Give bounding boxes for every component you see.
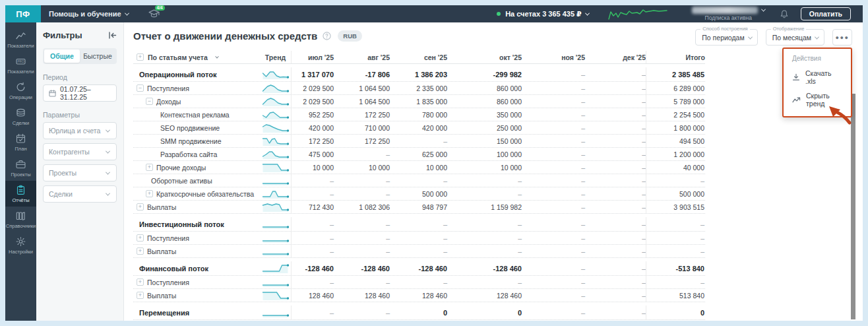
more-actions-button[interactable]: ●●● bbox=[832, 29, 852, 46]
row-value-0: 475 000 bbox=[292, 150, 334, 158]
account-dropdown[interactable]: Подписка активна bbox=[692, 7, 765, 21]
group-column-header[interactable]: +По статьям учета bbox=[133, 53, 260, 61]
row-name[interactable]: +Выплаты bbox=[133, 247, 260, 255]
expand-row-toggle[interactable]: + bbox=[137, 247, 144, 255]
sidebar-item-label: Показатели bbox=[7, 43, 34, 49]
row-value-0: 2 029 500 bbox=[292, 84, 334, 92]
month-column-header-5: дек '25 bbox=[585, 53, 646, 61]
page-title: Отчет о движении денежных средств bbox=[133, 30, 317, 42]
display-mode-select[interactable]: Отображение По месяцам bbox=[766, 29, 824, 46]
row-name[interactable]: −Поступления bbox=[133, 84, 260, 92]
row-value-4: – bbox=[522, 278, 585, 286]
pro-icon: PRO bbox=[15, 56, 26, 67]
row-value-3: 250 000 bbox=[447, 124, 522, 132]
filter-select-3[interactable]: Сделки bbox=[43, 185, 117, 203]
expand-row-toggle[interactable]: + bbox=[146, 190, 153, 197]
menu-item-download-xls[interactable]: Скачать .xls bbox=[784, 66, 851, 88]
row-total-value: 513 840 bbox=[646, 289, 705, 302]
sidebar-item-4[interactable]: План bbox=[5, 129, 36, 155]
trend-sparkline bbox=[261, 308, 290, 318]
row-total-value: 0 bbox=[646, 306, 705, 319]
sidebar-item-label: Проекты bbox=[11, 172, 30, 178]
row-name: Операционный поток bbox=[133, 71, 260, 79]
period-date-input[interactable]: 01.07.25–31.12.25 bbox=[43, 84, 117, 102]
row-trend-cell bbox=[260, 187, 292, 200]
row-value-5: – bbox=[585, 234, 646, 242]
table-row-6: Разработка сайта475 000–625 000100 000––… bbox=[133, 148, 705, 161]
row-name[interactable]: +Выплаты bbox=[133, 292, 260, 300]
sidebar-item-8[interactable]: Настройки bbox=[5, 232, 36, 258]
row-value-4: – bbox=[522, 265, 585, 273]
period-value: 01.07.25–31.12.25 bbox=[60, 85, 111, 101]
trend-sparkline bbox=[261, 83, 290, 94]
row-value-1: – bbox=[334, 247, 390, 255]
sidebar-item-2[interactable]: Операции bbox=[5, 78, 36, 104]
expand-row-toggle[interactable]: + bbox=[137, 234, 144, 242]
row-value-5: – bbox=[585, 124, 646, 132]
row-name[interactable]: +Выплаты bbox=[133, 203, 260, 211]
collapse-panel-icon[interactable] bbox=[108, 32, 117, 39]
chevron-down-icon bbox=[748, 34, 753, 39]
row-value-0: 1 317 070 bbox=[292, 71, 334, 79]
help-circle-icon[interactable] bbox=[323, 32, 331, 40]
balance-status-dot bbox=[497, 12, 501, 16]
filter-select-1[interactable]: Контрагенты bbox=[43, 143, 117, 160]
sidebar-item-3[interactable]: Сделки bbox=[5, 104, 36, 129]
filters-tab-0[interactable]: Общие bbox=[44, 49, 80, 63]
pay-button[interactable]: Оплатить bbox=[801, 7, 851, 20]
table-row-15: +Поступления––––––– bbox=[133, 276, 705, 289]
balance-dropdown[interactable]: На счетах 3 365 435 ₽ bbox=[505, 10, 589, 18]
row-value-2: – bbox=[390, 137, 447, 145]
row-name[interactable]: +Прочие доходы bbox=[133, 164, 260, 172]
filter-select-0[interactable]: Юрлица и счета bbox=[43, 122, 117, 139]
sidebar-item-label: Справочники bbox=[6, 223, 36, 229]
build-method-select[interactable]: Способ построения По периодам bbox=[695, 29, 757, 46]
row-trend-cell bbox=[260, 135, 292, 147]
help-menu[interactable]: Помощь и обучение bbox=[49, 10, 129, 18]
filters-tab-1[interactable]: Быстрые bbox=[80, 49, 115, 63]
report-main: Отчет о движении денежных средств RUB Сп… bbox=[124, 22, 863, 321]
books-icon bbox=[15, 211, 26, 221]
sidebar-item-5[interactable]: Проекты bbox=[5, 155, 36, 181]
training-progress[interactable]: 4/4 bbox=[148, 9, 160, 19]
row-value-1: – bbox=[334, 150, 390, 158]
row-value-0: 172 250 bbox=[292, 137, 334, 145]
row-name[interactable]: +Поступления bbox=[133, 234, 260, 242]
row-name[interactable]: +Краткосрочные обязательства bbox=[133, 190, 260, 198]
sidebar-item-6[interactable]: Отчёты bbox=[5, 181, 36, 207]
vertical-scrollbar-thumb[interactable] bbox=[851, 94, 855, 319]
app-logo[interactable]: ПФ bbox=[5, 5, 41, 22]
expand-row-toggle[interactable]: + bbox=[146, 164, 153, 171]
row-value-2: 780 000 bbox=[390, 111, 447, 119]
row-value-4: – bbox=[522, 309, 585, 317]
row-value-4: – bbox=[522, 190, 585, 198]
actions-menu-annotated: Действия Скачать .xls bbox=[782, 48, 852, 117]
collapse-row-toggle[interactable]: − bbox=[137, 84, 144, 92]
expand-row-toggle[interactable]: + bbox=[137, 292, 144, 299]
collapse-row-toggle[interactable]: − bbox=[146, 98, 153, 105]
sync-icon bbox=[15, 82, 26, 92]
expand-row-toggle[interactable]: + bbox=[137, 278, 144, 286]
sidebar-item-7[interactable]: Справочники bbox=[5, 207, 36, 232]
group-column-label: По статьям учета bbox=[148, 53, 208, 61]
row-trend-cell bbox=[260, 245, 292, 257]
sidebar-item-1[interactable]: PROПоказатели bbox=[5, 52, 36, 78]
row-name[interactable]: −Доходы bbox=[133, 98, 260, 106]
row-name: Инвестиционный поток bbox=[133, 220, 260, 228]
trend-sparkline bbox=[261, 96, 290, 107]
chevron-down-icon bbox=[106, 127, 110, 132]
expand-row-toggle[interactable]: + bbox=[137, 203, 144, 211]
row-value-5: – bbox=[585, 203, 646, 211]
row-value-2: 948 797 bbox=[390, 203, 447, 211]
sidebar-item-0[interactable]: Показатели bbox=[5, 26, 36, 52]
row-value-1: 128 460 bbox=[334, 292, 390, 300]
table-row-13: +Выплаты––––––– bbox=[133, 245, 705, 258]
row-name[interactable]: +Поступления bbox=[133, 278, 260, 286]
svg-text:PRO: PRO bbox=[18, 60, 24, 63]
row-name: Разработка сайта bbox=[133, 150, 260, 158]
trend-sparkline bbox=[261, 176, 290, 186]
filter-select-2[interactable]: Проекты bbox=[43, 164, 117, 181]
expand-all-toggle[interactable]: + bbox=[137, 53, 144, 61]
notifications-bell-icon[interactable] bbox=[780, 9, 789, 19]
actions-menu: Действия Скачать .xls bbox=[782, 48, 852, 117]
